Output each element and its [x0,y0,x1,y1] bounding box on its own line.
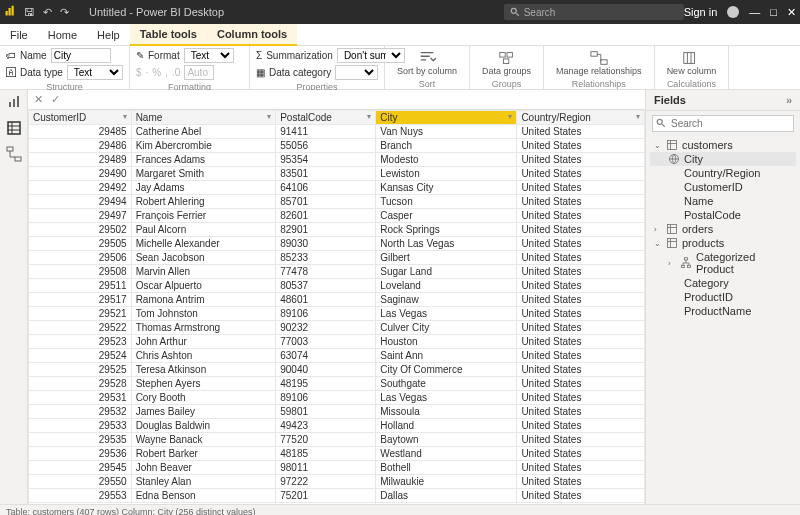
cell[interactable]: United States [517,293,645,307]
cell[interactable]: United States [517,433,645,447]
cell[interactable]: United States [517,153,645,167]
cell[interactable]: United States [517,209,645,223]
cell[interactable]: Kansas City [376,181,517,195]
table-row[interactable]: 29535Wayne Banack77520BaytownUnited Stat… [29,433,645,447]
cell[interactable]: 97222 [276,475,376,489]
col-header-countryregion[interactable]: Country/Region▾ [517,111,645,125]
cell[interactable]: 75201 [276,489,376,503]
global-search[interactable]: Search [504,4,684,20]
formula-cancel[interactable]: ✕ [34,93,43,106]
cell[interactable]: 29494 [29,195,132,209]
menu-file[interactable]: File [0,25,38,45]
table-row[interactable]: 29502Paul Alcorn82901Rock SpringsUnited … [29,223,645,237]
decimals-input[interactable] [184,65,214,80]
cell[interactable]: Edna Benson [131,489,276,503]
cell[interactable]: Stanley Alan [131,475,276,489]
table-row[interactable]: 29490Margaret Smith83501LewistonUnited S… [29,167,645,181]
cell[interactable]: 63074 [276,349,376,363]
cell[interactable]: John Arthur [131,335,276,349]
col-header-name[interactable]: Name▾ [131,111,276,125]
cell[interactable]: James Bailey [131,405,276,419]
cell[interactable]: United States [517,307,645,321]
table-row[interactable]: 29528Stephen Ayers48195SouthgateUnited S… [29,377,645,391]
cell[interactable]: 59801 [276,405,376,419]
cell[interactable]: 77520 [276,433,376,447]
field-name[interactable]: Name [650,194,796,208]
minimize-button[interactable]: — [749,6,760,18]
data-grid[interactable]: CustomerID▾Name▾PostalCode▾City▾Country/… [28,110,645,504]
cell[interactable]: United States [517,223,645,237]
field-productname[interactable]: ProductName [650,304,796,318]
format-select[interactable]: Text [184,48,234,63]
newcolumn-button[interactable]: New column [661,48,723,79]
table-row[interactable]: 29532James Bailey59801MissoulaUnited Sta… [29,405,645,419]
field-customerid[interactable]: CustomerID [650,180,796,194]
cell[interactable]: Thomas Armstrong [131,321,276,335]
field-postalcode[interactable]: PostalCode [650,208,796,222]
dtype-select[interactable]: Text [67,65,123,80]
table-row[interactable]: 29517Ramona Antrim48601SaginawUnited Sta… [29,293,645,307]
cell[interactable]: United States [517,503,645,505]
cell[interactable]: United States [517,377,645,391]
cell[interactable]: 64106 [276,181,376,195]
cell[interactable]: 29525 [29,363,132,377]
sort-button[interactable]: Sort by column [391,48,463,79]
cell[interactable]: 29505 [29,237,132,251]
cell[interactable]: United States [517,363,645,377]
cell[interactable]: 29545 [29,461,132,475]
table-row[interactable]: 29521Tom Johnston89106Las VegasUnited St… [29,307,645,321]
cell[interactable]: Michelle Alexander [131,237,276,251]
comma-button[interactable]: , [165,67,168,78]
cell[interactable]: Robert Ahlering [131,195,276,209]
cell[interactable]: 29536 [29,447,132,461]
cell[interactable]: François Ferrier [131,209,276,223]
cell[interactable]: Gilbert [376,251,517,265]
field-category[interactable]: Category [650,276,796,290]
cell[interactable]: Saginaw [376,293,517,307]
cell[interactable]: Frances Adams [131,153,276,167]
cell[interactable]: United States [517,461,645,475]
percent-button[interactable]: % [152,67,161,78]
expand-icon[interactable]: » [786,94,792,106]
field-productid[interactable]: ProductID [650,290,796,304]
cell[interactable]: Margaret Smith [131,167,276,181]
table-row[interactable]: 29485Catherine Abel91411Van NuysUnited S… [29,125,645,139]
cell[interactable]: Missoula [376,405,517,419]
cat-select[interactable] [335,65,378,80]
table-row[interactable]: 29506Sean Jacobson85233GilbertUnited Sta… [29,251,645,265]
cell[interactable]: 29528 [29,377,132,391]
cell[interactable]: 29508 [29,265,132,279]
cell[interactable]: United States [517,475,645,489]
fields-search-input[interactable] [652,115,794,132]
undo-icon[interactable]: ↶ [43,6,52,19]
cell[interactable]: Sugar Land [376,265,517,279]
cell[interactable]: 29489 [29,153,132,167]
name-input[interactable] [51,48,111,63]
save-icon[interactable]: 🖫 [24,6,35,18]
cell[interactable]: Robert Barker [131,447,276,461]
maximize-button[interactable]: □ [770,6,777,18]
menu-table-tools[interactable]: Table tools [130,24,207,46]
cell[interactable]: Cory Booth [131,391,276,405]
cell[interactable]: 29524 [29,349,132,363]
table-row[interactable]: 29505Michelle Alexander89030North Las Ve… [29,237,645,251]
cell[interactable]: Holland [376,419,517,433]
col-header-city[interactable]: City▾ [376,111,517,125]
cell[interactable]: United States [517,167,645,181]
cell[interactable]: Loveland [376,279,517,293]
col-header-postalcode[interactable]: PostalCode▾ [276,111,376,125]
cell[interactable]: 29522 [29,321,132,335]
cell[interactable]: 29535 [29,433,132,447]
menu-help[interactable]: Help [87,25,130,45]
table-row[interactable]: 29489Frances Adams95354ModestoUnited Sta… [29,153,645,167]
cell[interactable]: 29497 [29,209,132,223]
cell[interactable]: Modesto [376,153,517,167]
cell[interactable]: 48034 [276,503,376,505]
cell[interactable]: United States [517,419,645,433]
cell[interactable]: 29506 [29,251,132,265]
currency-button[interactable]: $ [136,67,142,78]
cell[interactable]: Van Nuys [376,125,517,139]
cell[interactable]: United States [517,279,645,293]
cell[interactable]: North Las Vegas [376,237,517,251]
table-products[interactable]: ⌄products [650,236,796,250]
